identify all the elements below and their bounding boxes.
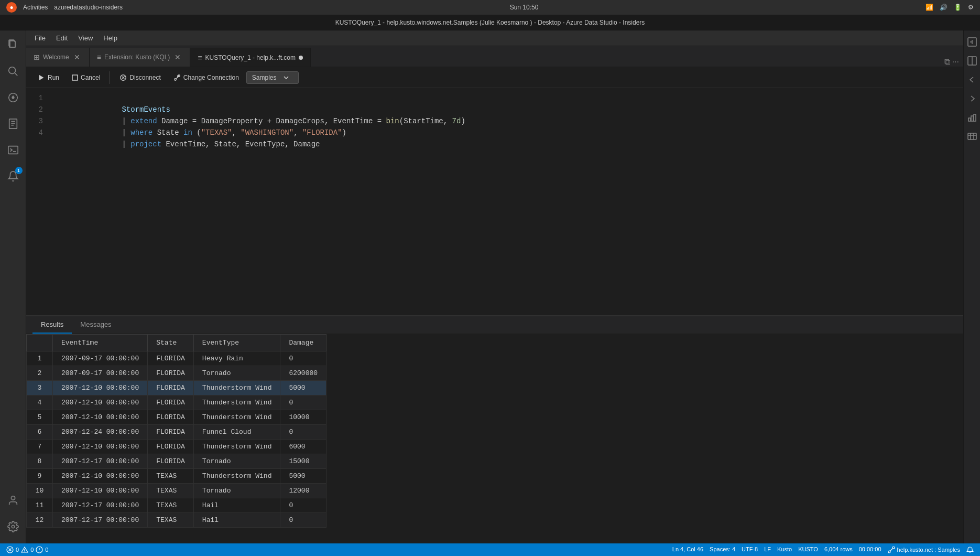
cell-eventtype: Thunderstorm Wind (193, 410, 280, 425)
menu-edit[interactable]: Edit (52, 33, 72, 43)
run-label: Run (48, 74, 59, 81)
right-chart-toggle[interactable] (965, 35, 979, 49)
sidebar-item-extensions[interactable] (1, 85, 26, 110)
table-row[interactable]: 12007-09-17 00:00:00FLORIDAHeavy Rain0 (27, 351, 326, 366)
svg-rect-11 (8, 146, 17, 154)
right-arrow-right[interactable] (965, 91, 979, 106)
code-line-2[interactable]: | extend Damage = DamageProperty + Damag… (51, 104, 956, 115)
window-title: KUSTOQuery_1 - help.kusto.windows.net.Sa… (335, 19, 645, 26)
cell-eventtype: Funnel Cloud (193, 425, 280, 440)
cell-state: FLORIDA (148, 425, 194, 440)
disconnect-button[interactable]: Disconnect (114, 72, 166, 83)
status-error-count: 0 (16, 547, 19, 553)
database-selector[interactable]: Samples (246, 71, 299, 84)
status-time[interactable]: 00:00:00 (857, 546, 884, 552)
status-rows[interactable]: 6,004 rows (822, 546, 855, 552)
cancel-button[interactable]: Cancel (67, 72, 105, 83)
status-language[interactable]: Kusto (775, 546, 794, 552)
cell-eventtype: Hail (193, 498, 280, 513)
sidebar-item-search[interactable] (1, 59, 26, 84)
table-row[interactable]: 92007-12-10 00:00:00TEXASThunderstorm Wi… (27, 469, 326, 484)
table-row[interactable]: 42007-12-10 00:00:00FLORIDAThunderstorm … (27, 395, 326, 410)
tab-messages[interactable]: Messages (72, 316, 119, 334)
sidebar-item-files[interactable] (1, 33, 26, 58)
table-row[interactable]: 122007-12-17 00:00:00TEXASHail0 (27, 513, 326, 528)
table-row[interactable]: 102007-12-10 00:00:00TEXASTornado12000 (27, 484, 326, 498)
col-damage-header[interactable]: Damage (280, 335, 326, 351)
col-eventtime-header[interactable]: EventTime (53, 335, 148, 351)
ubuntu-left: ● Activities azuredatastudio-insiders (6, 2, 123, 13)
col-state-header[interactable]: State (148, 335, 194, 351)
svg-point-14 (12, 525, 15, 528)
results-panel: Results Messages EventTime State EventTy… (26, 315, 963, 543)
volume-icon: 🔊 (940, 4, 948, 11)
table-row[interactable]: 52007-12-10 00:00:00FLORIDAThunderstorm … (27, 410, 326, 425)
status-notifications[interactable] (964, 546, 976, 553)
minimap-scrollbar[interactable] (956, 88, 963, 315)
activity-bar: 1 (0, 30, 26, 543)
svg-line-3 (15, 73, 17, 76)
code-content[interactable]: StormEvents | extend Damage = DamageProp… (51, 92, 956, 138)
sidebar-item-settings[interactable] (1, 514, 26, 539)
status-errors[interactable]: 0 0 0 (4, 543, 50, 556)
split-editor-icon[interactable]: ⧉ (944, 57, 950, 67)
tab-bar: ⊞ Welcome ✕ ≡ Extension: Kusto (KQL) ✕ ≡… (26, 46, 963, 67)
table-row[interactable]: 62007-12-24 00:00:00FLORIDAFunnel Cloud0 (27, 425, 326, 440)
table-row[interactable]: 82007-12-17 00:00:00FLORIDATornado15000 (27, 454, 326, 469)
status-mode[interactable]: KUSTO (796, 546, 820, 552)
sidebar-item-notification[interactable]: 1 (1, 164, 26, 189)
results-table-container[interactable]: EventTime State EventType Damage 12007-0… (26, 334, 963, 543)
col-eventtype-header[interactable]: EventType (193, 335, 280, 351)
table-row[interactable]: 112007-12-17 00:00:00TEXASHail0 (27, 498, 326, 513)
right-arrow-left[interactable] (965, 72, 979, 87)
right-view-split[interactable] (965, 54, 979, 68)
menu-help[interactable]: Help (99, 33, 122, 43)
clock: Sun 10:50 (510, 4, 539, 11)
sidebar-item-notebook[interactable] (1, 111, 26, 136)
status-rows-text: 6,004 rows (824, 546, 853, 552)
status-encoding[interactable]: UTF-8 (739, 546, 760, 552)
status-spaces[interactable]: Spaces: 4 (707, 546, 737, 552)
status-eol[interactable]: LF (762, 546, 773, 552)
cell-state: TEXAS (148, 513, 194, 528)
status-ln[interactable]: Ln 4, Col 46 (670, 546, 705, 552)
cell-eventtype: Thunderstorm Wind (193, 381, 280, 395)
cell-damage: 5000 (280, 469, 326, 484)
table-row[interactable]: 22007-09-17 00:00:00FLORIDATornado620000… (27, 366, 326, 381)
right-bar-chart[interactable] (965, 110, 979, 125)
status-connection[interactable]: help.kusto.net : Samples (886, 546, 962, 553)
tab-extension-close[interactable]: ✕ (173, 52, 182, 62)
svg-marker-15 (39, 74, 44, 80)
change-connection-button[interactable]: Change Connection (168, 72, 244, 83)
status-encoding-text: UTF-8 (742, 546, 758, 552)
more-actions-icon[interactable]: ··· (952, 57, 959, 67)
cell-damage: 0 (280, 513, 326, 528)
status-eol-text: LF (764, 546, 771, 552)
tab-welcome[interactable]: ⊞ Welcome ✕ (26, 48, 90, 67)
tab-welcome-close[interactable]: ✕ (72, 52, 82, 62)
menu-view[interactable]: View (74, 33, 97, 43)
right-table-view[interactable] (965, 129, 979, 144)
table-row[interactable]: 32007-12-10 00:00:00FLORIDAThunderstorm … (27, 381, 326, 395)
activities-label[interactable]: Activities (23, 4, 48, 11)
tab-query[interactable]: ≡ KUSTOQuery_1 - help.k...ft.com (190, 48, 311, 67)
code-editor[interactable]: 1 2 3 4 StormEvents | extend Damage = Da… (26, 88, 956, 143)
code-line-1[interactable]: StormEvents (51, 92, 956, 104)
tab-extension[interactable]: ≡ Extension: Kusto (KQL) ✕ (90, 48, 191, 67)
row-num: 6 (27, 425, 53, 440)
row-num: 12 (27, 513, 53, 528)
tab-results[interactable]: Results (32, 316, 72, 334)
cell-state: FLORIDA (148, 395, 194, 410)
tab-dirty-indicator (299, 56, 303, 60)
cell-eventtime: 2007-12-17 00:00:00 (53, 454, 148, 469)
table-row[interactable]: 72007-12-10 00:00:00FLORIDAThunderstorm … (27, 440, 326, 454)
svg-point-6 (12, 97, 14, 99)
sidebar-item-account[interactable] (1, 488, 26, 513)
status-warning-count: 0 (30, 547, 34, 553)
row-num: 2 (27, 366, 53, 381)
cell-state: TEXAS (148, 484, 194, 498)
menu-file[interactable]: File (30, 33, 50, 43)
run-button[interactable]: Run (32, 72, 64, 83)
cell-damage: 12000 (280, 484, 326, 498)
sidebar-item-terminal[interactable] (1, 137, 26, 163)
